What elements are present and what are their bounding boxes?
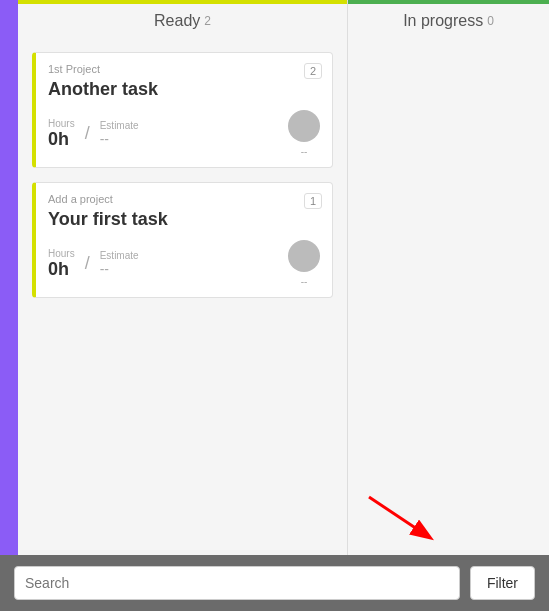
task-card[interactable]: 1 Add a project Your first task Hours 0h… <box>32 182 333 298</box>
meta-separator: / <box>85 123 90 144</box>
column-in-progress: In progress 0 <box>348 0 549 611</box>
avatar-extra: -- <box>301 276 308 287</box>
in-progress-bar <box>348 0 549 4</box>
task-avatar <box>288 110 320 142</box>
filter-button[interactable]: Filter <box>470 566 535 600</box>
hours-value: 0h <box>48 129 75 150</box>
ready-count: 2 <box>204 14 211 28</box>
meta-separator: / <box>85 253 90 274</box>
search-input[interactable] <box>14 566 460 600</box>
in-progress-label: In progress <box>403 12 483 30</box>
in-progress-column-body <box>348 42 549 611</box>
task-meta: Hours 0h / Estimate -- -- <box>48 110 320 157</box>
task-number: 1 <box>304 193 322 209</box>
estimate-col: Estimate -- <box>100 250 139 277</box>
hours-value: 0h <box>48 259 75 280</box>
hours-label: Hours <box>48 248 75 259</box>
estimate-col: Estimate -- <box>100 120 139 147</box>
ready-bar <box>18 0 347 4</box>
task-title: Your first task <box>48 209 320 230</box>
main-container: Ready 2 2 1st Project Another task Hours… <box>0 0 549 611</box>
task-card[interactable]: 2 1st Project Another task Hours 0h / Es… <box>32 52 333 168</box>
in-progress-count: 0 <box>487 14 494 28</box>
columns-area: Ready 2 2 1st Project Another task Hours… <box>18 0 549 611</box>
ready-column-body: 2 1st Project Another task Hours 0h / Es… <box>18 42 347 611</box>
avatar-extra: -- <box>301 146 308 157</box>
task-number: 2 <box>304 63 322 79</box>
task-project: Add a project <box>48 193 320 205</box>
task-title: Another task <box>48 79 320 100</box>
hours-col: Hours 0h <box>48 118 75 150</box>
estimate-label: Estimate <box>100 250 139 261</box>
estimate-value: -- <box>100 131 139 147</box>
in-progress-column-header: In progress 0 <box>348 0 549 42</box>
ready-label: Ready <box>154 12 200 30</box>
column-ready: Ready 2 2 1st Project Another task Hours… <box>18 0 348 611</box>
bottom-bar: Filter <box>0 555 549 611</box>
task-meta: Hours 0h / Estimate -- -- <box>48 240 320 287</box>
task-avatar <box>288 240 320 272</box>
ready-column-header: Ready 2 <box>18 0 347 42</box>
left-sidebar <box>0 0 18 611</box>
task-project: 1st Project <box>48 63 320 75</box>
hours-col: Hours 0h <box>48 248 75 280</box>
estimate-value: -- <box>100 261 139 277</box>
hours-label: Hours <box>48 118 75 129</box>
estimate-label: Estimate <box>100 120 139 131</box>
